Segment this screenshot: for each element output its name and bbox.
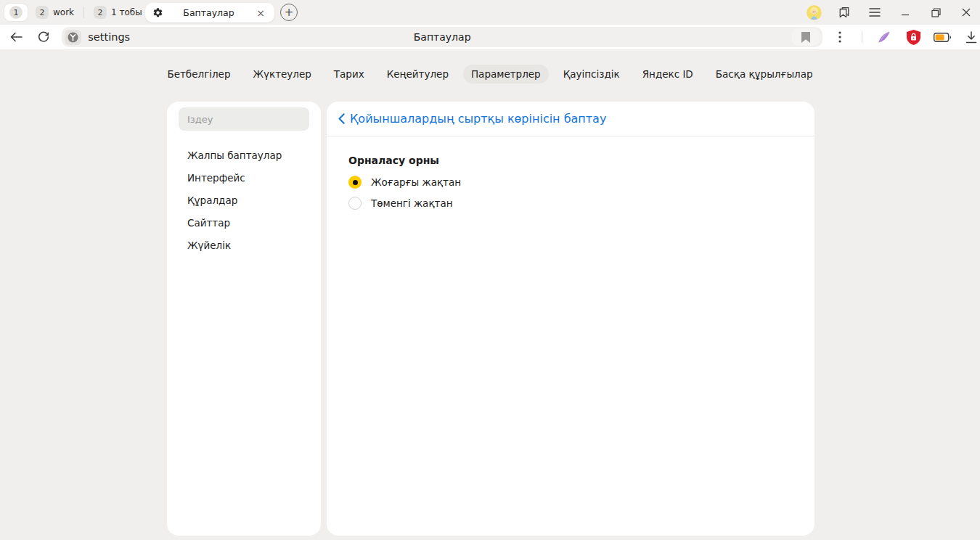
refresh-button[interactable] (33, 27, 55, 47)
toolbar-divider (862, 31, 862, 43)
gear-icon (152, 7, 163, 18)
toolbar: settings Баптаулар (0, 25, 980, 49)
restore-icon (931, 8, 941, 17)
profile-avatar[interactable] (806, 4, 822, 20)
subpage-back-header[interactable]: Қойыншалардың сыртқы көрінісін баптау (327, 102, 814, 136)
radio-selected-icon[interactable] (348, 176, 362, 189)
toolbar-actions (831, 28, 980, 46)
downloads-button[interactable] (963, 28, 980, 46)
tab-group-toby[interactable]: 2 1 тобы (89, 4, 147, 21)
back-arrow-icon (10, 32, 23, 42)
bookmark-this-page-button[interactable] (792, 28, 820, 46)
tab-group-work[interactable]: 2 work (30, 4, 79, 21)
minimize-icon (901, 8, 910, 17)
shield-lock-icon (907, 30, 920, 45)
kebab-menu-icon (838, 31, 841, 43)
subpage-title: Қойыншалардың сыртқы көрінісін баптау (350, 112, 606, 126)
radio-option-top-label: Жоғарғы жақтан (371, 176, 461, 188)
active-tab-settings[interactable]: Баптаулар × (145, 3, 274, 22)
sidebar-item-tools[interactable]: Құралдар (167, 189, 321, 211)
section-title: Орналасу орны (348, 155, 793, 166)
site-badge (65, 30, 81, 45)
sidebar-item-general[interactable]: Жалпы баптаулар (167, 144, 321, 166)
browser-menu-button[interactable] (867, 4, 883, 20)
sidebar-item-sites[interactable]: Сайттар (167, 211, 321, 234)
nav-tab-bookmarks[interactable]: Бетбелгілер (159, 65, 238, 83)
tab-group-divider (83, 7, 84, 18)
tab-group-1[interactable]: 1 (4, 4, 28, 21)
radio-option-bottom[interactable]: Төменгі жақтан (348, 197, 793, 210)
download-icon (965, 31, 977, 44)
extensions-menu-button[interactable] (831, 28, 849, 46)
nav-tab-yandex-id[interactable]: Яндекс ID (634, 65, 701, 83)
address-bar[interactable]: settings Баптаулар (62, 27, 822, 47)
bookmarks-panel-icon (838, 6, 851, 19)
sidebar-list: Жалпы баптаулар Интерфейс Құралдар Сайтт… (167, 144, 321, 256)
side-panel-button[interactable] (836, 4, 852, 20)
tab-group-1-count-badge: 1 (9, 6, 23, 19)
nav-tab-extensions[interactable]: Кеңейтулер (379, 65, 457, 83)
browser-window: 1 2 work 2 1 тобы Баптаулар × (0, 0, 980, 540)
chevron-left-icon (338, 113, 345, 124)
settings-main-panel: Қойыншалардың сыртқы көрінісін баптау Ор… (327, 102, 814, 536)
page-title: Баптаулар (414, 31, 471, 43)
tab-group-work-count-badge: 2 (36, 6, 49, 19)
battery-saver-button[interactable] (934, 28, 951, 46)
protect-shield-button[interactable] (905, 28, 922, 46)
settings-nav-tabs: Бетбелгілер Жүктеулер Тарих Кеңейтулер П… (0, 65, 980, 83)
avatar (807, 5, 822, 20)
search-input[interactable] (179, 107, 309, 131)
battery-icon (934, 33, 951, 42)
radio-unselected-icon[interactable] (348, 197, 362, 210)
nav-tab-security[interactable]: Қауіпсіздік (555, 65, 628, 83)
sidebar-item-interface[interactable]: Интерфейс (167, 166, 321, 189)
window-close-button[interactable] (958, 4, 974, 20)
url-text: settings (88, 31, 130, 43)
tab-close-button[interactable]: × (254, 7, 267, 20)
radio-option-top[interactable]: Жоғарғы жақтан (348, 176, 793, 189)
sidebar-item-system[interactable]: Жүйелік (167, 234, 321, 256)
close-icon (962, 8, 971, 17)
bookmark-flag-icon (801, 32, 810, 43)
nav-tab-downloads[interactable]: Жүктеулер (245, 65, 319, 83)
tab-group-work-label: work (53, 7, 74, 17)
tab-group-toby-count-badge: 2 (94, 6, 107, 19)
refresh-icon (38, 31, 49, 43)
active-tab-title: Баптаулар (163, 7, 254, 18)
radio-option-bottom-label: Төменгі жақтан (371, 197, 453, 209)
nav-tab-settings[interactable]: Параметрлер (463, 65, 549, 83)
feather-icon (877, 30, 891, 44)
window-minimize-button[interactable] (897, 4, 913, 20)
new-tab-button[interactable]: + (280, 4, 298, 21)
tab-group-toby-label: 1 тобы (111, 7, 142, 17)
nav-tab-history[interactable]: Тарих (326, 65, 372, 83)
settings-sidebar: Жалпы баптаулар Интерфейс Құралдар Сайтт… (167, 102, 321, 536)
window-restore-button[interactable] (928, 4, 944, 20)
alice-ai-button[interactable] (875, 28, 893, 46)
tab-bar: 1 2 work 2 1 тобы Баптаулар × (0, 0, 980, 25)
nav-tab-other-devices[interactable]: Басқа құрылғылар (708, 65, 821, 83)
hamburger-menu-icon (869, 8, 881, 17)
settings-section: Орналасу орны Жоғарғы жақтан Төменгі жақ… (327, 136, 814, 228)
back-button[interactable] (6, 27, 28, 47)
window-controls-area (806, 0, 974, 25)
